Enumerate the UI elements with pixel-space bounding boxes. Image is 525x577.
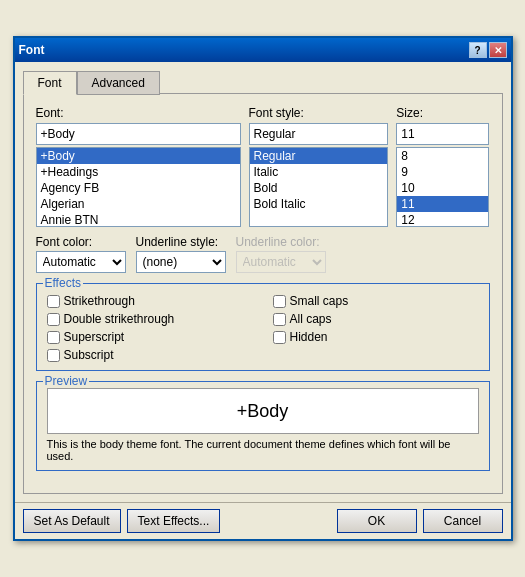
font-size-listbox[interactable]: 8 9 10 11 12 [396, 147, 489, 227]
all-caps-item: All caps [273, 312, 479, 326]
list-item[interactable]: 10 [397, 180, 488, 196]
hidden-item: Hidden [273, 330, 479, 344]
underline-style-group: Underline style: (none) [136, 235, 226, 273]
font-dialog: Font ? ✕ Font Advanced Eont: +Body +Head [13, 36, 513, 541]
font-size-input[interactable] [396, 123, 489, 145]
font-color-group: Font color: Automatic [36, 235, 126, 273]
preview-section: Preview +Body This is the body theme fon… [36, 381, 490, 471]
preview-box: +Body [47, 388, 479, 434]
dialog-title: Font [19, 43, 45, 57]
strikethrough-label: Strikethrough [64, 294, 135, 308]
font-name-label: Eont: [36, 106, 241, 120]
small-caps-item: Small caps [273, 294, 479, 308]
superscript-label: Superscript [64, 330, 125, 344]
dialog-content: Font Advanced Eont: +Body +Headings Agen… [15, 62, 511, 502]
tab-panel-font: Eont: +Body +Headings Agency FB Algerian… [23, 93, 503, 494]
font-name-listbox[interactable]: +Body +Headings Agency FB Algerian Annie… [36, 147, 241, 227]
font-color-label: Font color: [36, 235, 126, 249]
list-item[interactable]: Algerian [37, 196, 240, 212]
list-item[interactable]: 8 [397, 148, 488, 164]
list-item[interactable]: Bold [250, 180, 388, 196]
list-item[interactable]: 12 [397, 212, 488, 227]
font-style-input[interactable] [249, 123, 389, 145]
list-item[interactable]: +Headings [37, 164, 240, 180]
list-item[interactable]: Regular [250, 148, 388, 164]
font-size-label: Size: [396, 106, 489, 120]
all-caps-checkbox[interactable] [273, 313, 286, 326]
hidden-label: Hidden [290, 330, 328, 344]
double-strikethrough-checkbox[interactable] [47, 313, 60, 326]
title-bar: Font ? ✕ [15, 38, 511, 62]
effects-legend: Effects [43, 276, 83, 290]
hidden-checkbox[interactable] [273, 331, 286, 344]
font-name-group: Eont: +Body +Headings Agency FB Algerian… [36, 106, 241, 227]
subscript-label: Subscript [64, 348, 114, 362]
font-name-input[interactable] [36, 123, 241, 145]
font-size-group: Size: 8 9 10 11 12 [396, 106, 489, 227]
button-row-left: Set As Default Text Effects... [23, 509, 221, 533]
tab-bar: Font Advanced [23, 70, 503, 94]
strikethrough-item: Strikethrough [47, 294, 253, 308]
font-style-listbox[interactable]: Regular Italic Bold Bold Italic [249, 147, 389, 227]
text-effects-button[interactable]: Text Effects... [127, 509, 221, 533]
small-caps-checkbox[interactable] [273, 295, 286, 308]
superscript-checkbox[interactable] [47, 331, 60, 344]
font-style-group: Font style: Regular Italic Bold Bold Ita… [249, 106, 389, 227]
strikethrough-checkbox[interactable] [47, 295, 60, 308]
list-item[interactable]: 11 [397, 196, 488, 212]
ok-button[interactable]: OK [337, 509, 417, 533]
set-default-button[interactable]: Set As Default [23, 509, 121, 533]
underline-color-select[interactable]: Automatic [236, 251, 326, 273]
subscript-checkbox[interactable] [47, 349, 60, 362]
font-style-label: Font style: [249, 106, 389, 120]
font-color-select[interactable]: Automatic [36, 251, 126, 273]
underline-style-select[interactable]: (none) [136, 251, 226, 273]
double-strikethrough-label: Double strikethrough [64, 312, 175, 326]
underline-color-group: Underline color: Automatic [236, 235, 326, 273]
effects-section: Effects Strikethrough Small caps Double … [36, 283, 490, 371]
title-controls: ? ✕ [469, 42, 507, 58]
all-caps-label: All caps [290, 312, 332, 326]
help-button[interactable]: ? [469, 42, 487, 58]
list-item[interactable]: Italic [250, 164, 388, 180]
underline-style-label: Underline style: [136, 235, 226, 249]
effects-grid: Strikethrough Small caps Double striketh… [47, 294, 479, 362]
list-item[interactable]: Agency FB [37, 180, 240, 196]
small-caps-label: Small caps [290, 294, 349, 308]
list-item[interactable]: Bold Italic [250, 196, 388, 212]
preview-legend: Preview [43, 374, 90, 388]
button-row-right: OK Cancel [337, 509, 503, 533]
superscript-item: Superscript [47, 330, 253, 344]
double-strikethrough-item: Double strikethrough [47, 312, 253, 326]
list-item[interactable]: +Body [37, 148, 240, 164]
cancel-button[interactable]: Cancel [423, 509, 503, 533]
tab-advanced[interactable]: Advanced [77, 71, 160, 95]
tab-font[interactable]: Font [23, 71, 77, 95]
close-button[interactable]: ✕ [489, 42, 507, 58]
list-item[interactable]: Annie BTN [37, 212, 240, 227]
options-row: Font color: Automatic Underline style: (… [36, 235, 490, 273]
underline-color-label: Underline color: [236, 235, 326, 249]
preview-description: This is the body theme font. The current… [47, 438, 479, 462]
preview-text: +Body [237, 401, 289, 422]
button-row: Set As Default Text Effects... OK Cancel [15, 502, 511, 539]
subscript-item: Subscript [47, 348, 253, 362]
font-fields-row: Eont: +Body +Headings Agency FB Algerian… [36, 106, 490, 227]
list-item[interactable]: 9 [397, 164, 488, 180]
